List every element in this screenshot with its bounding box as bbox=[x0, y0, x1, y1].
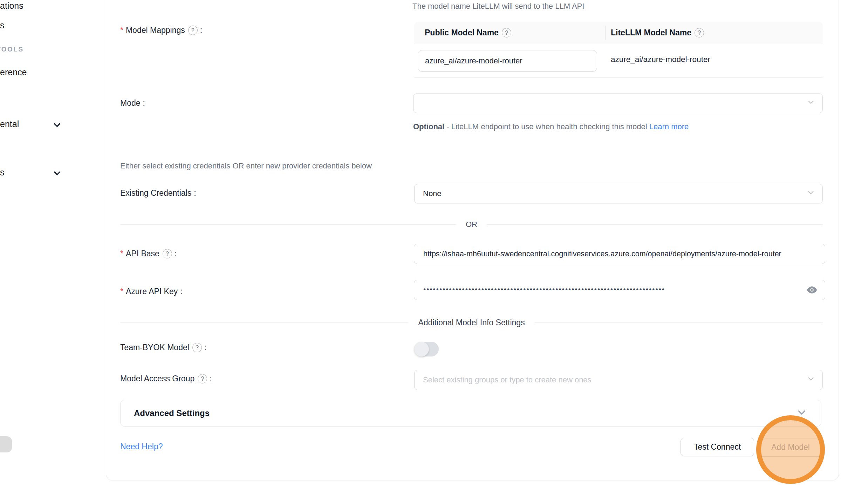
model-mappings-label: * Model Mappings ? : bbox=[120, 26, 202, 35]
team-byok-toggle[interactable] bbox=[414, 342, 439, 356]
required-asterisk: * bbox=[120, 26, 123, 35]
model-mappings-table-row: azure_ai/azure-model-router bbox=[414, 44, 823, 78]
sidebar-item-experimental[interactable]: ental bbox=[0, 119, 19, 129]
azure-api-key-input[interactable]: ••••••••••••••••••••••••••••••••••••••••… bbox=[414, 280, 825, 300]
api-base-label: * API Base ? : bbox=[120, 249, 177, 258]
litellm-model-name-header: LiteLLM Model Name ? bbox=[605, 28, 823, 37]
sidebar-section-tools: TOOLS bbox=[0, 46, 24, 53]
help-question-icon[interactable]: ? bbox=[502, 28, 511, 37]
sidebar-item-reference[interactable]: erence bbox=[0, 67, 27, 77]
public-model-name-header: Public Model Name ? bbox=[414, 28, 605, 37]
mode-label: Mode : bbox=[120, 98, 145, 108]
column-separator bbox=[605, 26, 606, 40]
litellm-model-name-help-text: The model name LiteLLM will send to the … bbox=[412, 2, 584, 11]
sidebar-item-organizations[interactable]: ations bbox=[0, 1, 23, 11]
advanced-settings-panel[interactable]: Advanced Settings bbox=[120, 400, 821, 427]
toggle-knob bbox=[414, 342, 429, 356]
existing-credentials-select[interactable]: None bbox=[414, 184, 823, 203]
api-base-input[interactable] bbox=[414, 244, 825, 264]
advanced-settings-title: Advanced Settings bbox=[134, 408, 210, 418]
divider-line bbox=[535, 323, 823, 323]
masked-password-value: ••••••••••••••••••••••••••••••••••••••••… bbox=[423, 285, 665, 293]
sidebar-bottom-pill bbox=[0, 436, 12, 452]
help-question-icon[interactable]: ? bbox=[198, 374, 207, 383]
chevron-down-icon bbox=[52, 120, 62, 130]
chevron-down-icon[interactable] bbox=[796, 407, 808, 420]
litellm-model-name-value: azure_ai/azure-model-router bbox=[611, 55, 710, 64]
model-mappings-table-header: Public Model Name ? LiteLLM Model Name ? bbox=[414, 22, 823, 44]
add-model-screen: ations s TOOLS erence ental s The model … bbox=[0, 0, 868, 485]
sidebar-item-settings[interactable]: s bbox=[0, 167, 5, 178]
public-model-name-input[interactable] bbox=[418, 50, 597, 72]
model-access-group-select[interactable]: Select existing groups or type to create… bbox=[414, 370, 823, 390]
required-asterisk: * bbox=[120, 287, 123, 296]
help-question-icon[interactable]: ? bbox=[192, 343, 202, 352]
chevron-down-icon bbox=[806, 188, 815, 199]
chevron-down-icon bbox=[806, 98, 815, 109]
need-help-link[interactable]: Need Help? bbox=[120, 442, 163, 451]
mode-helper-note: Optional - LiteLLM endpoint to use when … bbox=[413, 120, 709, 134]
required-asterisk: * bbox=[120, 249, 123, 258]
azure-api-key-label: * Azure API Key : bbox=[120, 287, 183, 296]
eye-icon[interactable] bbox=[806, 284, 818, 296]
credentials-hint-text: Either select existing credentials OR en… bbox=[120, 161, 372, 171]
add-model-button[interactable]: Add Model bbox=[758, 438, 823, 457]
divider-line bbox=[487, 224, 823, 225]
model-access-group-label: Model Access Group ? : bbox=[120, 374, 212, 383]
additional-info-divider: Additional Model Info Settings bbox=[120, 318, 823, 327]
help-question-icon[interactable]: ? bbox=[188, 26, 198, 35]
chevron-down-icon bbox=[806, 374, 815, 386]
sidebar-item-models[interactable]: s bbox=[0, 20, 5, 30]
chevron-down-icon bbox=[52, 168, 62, 179]
or-divider: OR bbox=[120, 220, 823, 229]
team-byok-label: Team-BYOK Model ? : bbox=[120, 343, 206, 352]
existing-credentials-label: Existing Credentials : bbox=[120, 188, 196, 198]
learn-more-link[interactable]: Learn more bbox=[649, 122, 689, 131]
divider-line bbox=[120, 224, 456, 225]
model-mappings-table: Public Model Name ? LiteLLM Model Name ?… bbox=[414, 22, 823, 78]
help-question-icon[interactable]: ? bbox=[163, 249, 172, 258]
mode-select[interactable] bbox=[413, 93, 823, 113]
test-connect-button[interactable]: Test Connect bbox=[681, 438, 754, 456]
help-question-icon[interactable]: ? bbox=[695, 28, 704, 37]
select-placeholder: Select existing groups or type to create… bbox=[423, 375, 592, 384]
divider-line bbox=[120, 323, 408, 323]
